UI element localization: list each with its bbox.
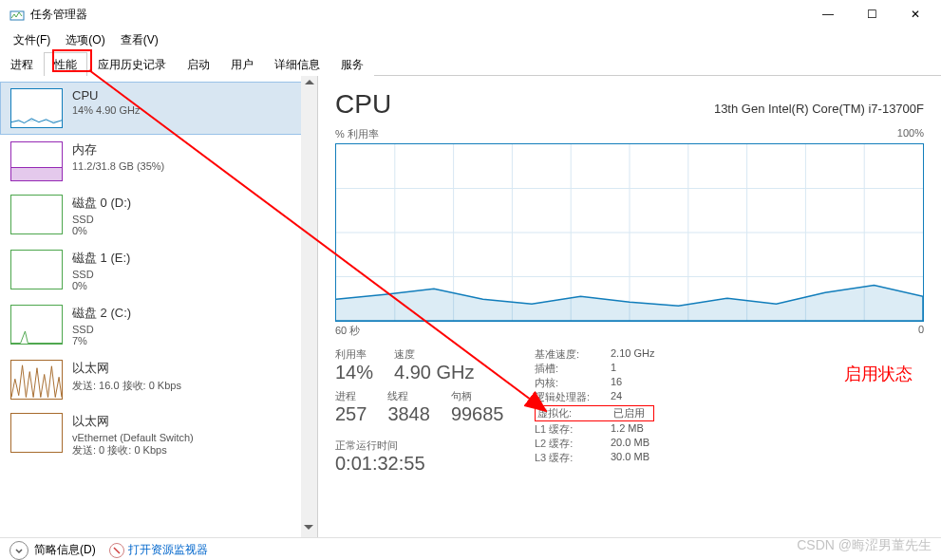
- stat-thread-value: 3848: [387, 403, 430, 425]
- sidebar-item-disk0[interactable]: 磁盘 0 (D:) SSD 0%: [0, 188, 317, 243]
- sidebar: CPU 14% 4.90 GHz 内存 11.2/31.8 GB (35%) 磁…: [0, 76, 318, 537]
- sidebar-eth1-send: 发送: 16.0 接收: 0 Kbps: [72, 379, 181, 393]
- chart-xmin: 0: [918, 324, 924, 338]
- info-l2-key: L2 缓存:: [535, 437, 611, 451]
- info-logical-key: 逻辑处理器:: [535, 390, 611, 404]
- annotation-status-text: 启用状态: [844, 363, 913, 385]
- stat-speed-label: 速度: [394, 347, 474, 362]
- menu-options[interactable]: 选项(O): [60, 30, 110, 50]
- sidebar-disk2-title: 磁盘 2 (C:): [72, 305, 131, 322]
- tab-processes[interactable]: 进程: [0, 52, 44, 76]
- sidebar-cpu-sub: 14% 4.90 GHz: [72, 104, 141, 116]
- stat-util-value: 14%: [335, 362, 373, 383]
- info-cores-val: 16: [611, 376, 622, 390]
- disk2-thumbnail: [10, 305, 63, 345]
- sidebar-item-cpu[interactable]: CPU 14% 4.90 GHz: [0, 82, 317, 135]
- sidebar-item-disk2[interactable]: 磁盘 2 (C:) SSD 7%: [0, 298, 317, 353]
- scroll-down-icon[interactable]: [304, 525, 313, 530]
- stat-uptime-value: 0:01:32:55: [335, 453, 535, 475]
- cpu-model: 13th Gen Intel(R) Core(TM) i7-13700F: [714, 102, 924, 116]
- virtualization-row-highlight: 虚拟化:已启用: [535, 405, 654, 421]
- eth2-thumbnail: [10, 413, 63, 453]
- sidebar-disk2-sub: SSD: [72, 324, 131, 335]
- minimize-button[interactable]: —: [806, 0, 850, 28]
- info-l3-val: 30.0 MB: [611, 451, 649, 465]
- sidebar-disk0-pct: 0%: [72, 225, 131, 236]
- main-panel: CPU 13th Gen Intel(R) Core(TM) i7-13700F…: [318, 76, 941, 537]
- sidebar-item-eth1[interactable]: 以太网 发送: 16.0 接收: 0 Kbps: [0, 353, 317, 406]
- disk0-thumbnail: [10, 195, 63, 234]
- scroll-up-icon[interactable]: [305, 80, 314, 84]
- cpu-info-table: 基准速度:2.10 GHz 插槽:1 内核:16 逻辑处理器:24 虚拟化:已启…: [535, 347, 654, 475]
- tab-services[interactable]: 服务: [330, 52, 374, 76]
- tab-details[interactable]: 详细信息: [264, 52, 330, 76]
- cpu-heading: CPU: [335, 89, 391, 120]
- stat-util-label: 利用率: [335, 347, 373, 362]
- close-button[interactable]: ✕: [894, 0, 937, 28]
- stat-handle-label: 句柄: [451, 389, 504, 403]
- stat-handle-value: 99685: [451, 403, 504, 425]
- stat-uptime-label: 正常运行时间: [335, 439, 535, 453]
- svg-line-15: [114, 548, 120, 553]
- stat-proc-label: 进程: [335, 389, 367, 403]
- info-l2-val: 20.0 MB: [611, 437, 649, 451]
- sidebar-eth2-send: 发送: 0 接收: 0 Kbps: [72, 443, 194, 457]
- maximize-button[interactable]: ☐: [850, 0, 894, 28]
- info-virt-key: 虚拟化:: [537, 406, 613, 420]
- memory-thumbnail: [10, 141, 63, 181]
- resmon-icon: [109, 543, 124, 558]
- sidebar-scrollbar[interactable]: [301, 76, 317, 537]
- sidebar-item-disk1[interactable]: 磁盘 1 (E:) SSD 0%: [0, 243, 317, 298]
- stat-speed-value: 4.90 GHz: [394, 362, 474, 383]
- tab-users[interactable]: 用户: [220, 52, 264, 76]
- window-title: 任务管理器: [30, 7, 806, 23]
- cpu-thumbnail: [10, 88, 63, 128]
- info-sockets-key: 插槽:: [535, 362, 611, 376]
- sidebar-eth2-sub: vEthernet (Default Switch): [72, 432, 194, 443]
- sidebar-item-memory[interactable]: 内存 11.2/31.8 GB (35%): [0, 135, 317, 188]
- sidebar-disk1-pct: 0%: [72, 280, 130, 291]
- sidebar-disk0-title: 磁盘 0 (D:): [72, 195, 131, 212]
- info-virt-val: 已启用: [613, 406, 645, 420]
- chart-ylabel: % 利用率: [335, 127, 379, 141]
- info-sockets-val: 1: [611, 362, 616, 376]
- tabs: 进程 性能 应用历史记录 启动 用户 详细信息 服务: [0, 51, 941, 76]
- open-resource-monitor-link[interactable]: 打开资源监视器: [128, 542, 208, 558]
- cpu-utilization-chart[interactable]: [335, 143, 924, 322]
- info-base-speed-key: 基准速度:: [535, 347, 611, 362]
- titlebar: 任务管理器 — ☐ ✕: [0, 0, 941, 28]
- fewer-details-label[interactable]: 简略信息(D): [34, 542, 96, 558]
- sidebar-cpu-title: CPU: [72, 88, 141, 103]
- stat-proc-value: 257: [335, 403, 367, 425]
- info-logical-val: 24: [611, 390, 622, 404]
- menu-file[interactable]: 文件(F): [8, 30, 56, 50]
- info-l3-key: L3 缓存:: [535, 451, 611, 465]
- fewer-details-button[interactable]: [9, 541, 28, 560]
- app-icon: [9, 7, 25, 22]
- eth1-thumbnail: [10, 360, 63, 400]
- info-l1-key: L1 缓存:: [535, 422, 611, 437]
- sidebar-item-eth2[interactable]: 以太网 vEthernet (Default Switch) 发送: 0 接收:…: [0, 406, 317, 464]
- sidebar-disk1-sub: SSD: [72, 269, 130, 280]
- watermark: CSDN @晦涩男董先生: [797, 537, 932, 554]
- chart-ymax: 100%: [897, 127, 924, 141]
- tab-startup[interactable]: 启动: [177, 52, 220, 76]
- info-base-speed-val: 2.10 GHz: [611, 347, 654, 362]
- sidebar-disk1-title: 磁盘 1 (E:): [72, 250, 130, 267]
- menu-view[interactable]: 查看(V): [115, 30, 164, 50]
- disk1-thumbnail: [10, 250, 63, 289]
- stat-thread-label: 线程: [387, 389, 430, 403]
- chart-xmax: 60 秒: [335, 324, 360, 338]
- menubar: 文件(F) 选项(O) 查看(V): [0, 28, 941, 51]
- tab-performance[interactable]: 性能: [44, 52, 87, 76]
- sidebar-eth1-title: 以太网: [72, 360, 181, 377]
- sidebar-memory-sub: 11.2/31.8 GB (35%): [72, 160, 164, 172]
- sidebar-memory-title: 内存: [72, 141, 164, 159]
- sidebar-disk0-sub: SSD: [72, 214, 131, 225]
- sidebar-disk2-pct: 7%: [72, 335, 131, 346]
- sidebar-eth2-title: 以太网: [72, 413, 194, 430]
- info-cores-key: 内核:: [535, 376, 611, 390]
- info-l1-val: 1.2 MB: [611, 422, 644, 437]
- tab-app-history[interactable]: 应用历史记录: [87, 52, 177, 76]
